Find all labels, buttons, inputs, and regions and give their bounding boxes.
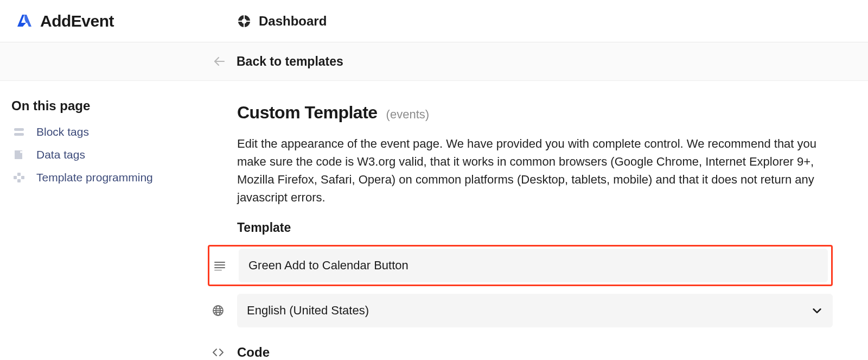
- template-section-label: Template: [237, 220, 833, 235]
- svg-rect-9: [14, 176, 17, 179]
- svg-rect-4: [14, 128, 24, 131]
- sidebar-item-label: Data tags: [36, 148, 85, 161]
- sidebar-item-template-programming[interactable]: Template programming: [11, 171, 212, 184]
- sidebar-title: On this page: [11, 98, 212, 113]
- code-icon: [211, 347, 225, 358]
- template-name-highlight: [208, 245, 833, 286]
- svg-rect-10: [21, 176, 24, 179]
- template-name-row: [213, 249, 828, 282]
- sidebar-item-data-tags[interactable]: Data tags: [11, 148, 212, 161]
- back-to-templates-link[interactable]: Back to templates: [213, 54, 343, 69]
- arrow-left-icon: [213, 55, 226, 68]
- language-row: English (United States): [211, 294, 833, 327]
- dashboard-link[interactable]: Dashboard: [237, 14, 327, 29]
- top-header: AddEvent Dashboard: [0, 0, 868, 42]
- sidebar-list: Block tags Data tags: [11, 125, 212, 184]
- data-tags-icon: [11, 149, 27, 161]
- svg-rect-5: [14, 133, 24, 136]
- addevent-logo-icon: [15, 12, 33, 30]
- sub-header: Back to templates: [0, 42, 868, 81]
- language-select[interactable]: English (United States): [237, 294, 833, 327]
- page-heading-row: Custom Template (events): [237, 103, 833, 123]
- svg-rect-11: [17, 179, 21, 182]
- content-wrap: On this page Block tags: [0, 81, 868, 360]
- main-content: Custom Template (events) Edit the appear…: [212, 98, 868, 360]
- dashboard-label: Dashboard: [259, 14, 327, 29]
- text-lines-icon: [213, 261, 227, 270]
- page-description: Edit the appearance of the event page. W…: [237, 135, 828, 206]
- dashboard-icon: [237, 14, 251, 28]
- page-title-suffix: (events): [386, 108, 429, 122]
- brand-name: AddEvent: [40, 12, 114, 30]
- svg-rect-8: [17, 173, 21, 176]
- globe-icon: [211, 304, 225, 317]
- language-selected-value: English (United States): [247, 304, 369, 318]
- svg-point-7: [20, 151, 22, 153]
- sidebar: On this page Block tags: [0, 98, 212, 360]
- sidebar-item-block-tags[interactable]: Block tags: [11, 125, 212, 138]
- sidebar-item-label: Template programming: [36, 171, 153, 184]
- svg-rect-2: [238, 21, 251, 22]
- page-title: Custom Template: [237, 103, 378, 123]
- chevron-down-icon: [811, 305, 823, 317]
- block-tags-icon: [11, 126, 27, 138]
- back-label: Back to templates: [237, 54, 343, 69]
- brand-logo[interactable]: AddEvent: [15, 12, 237, 30]
- code-section-row: Code: [211, 345, 833, 360]
- code-section-label: Code: [237, 345, 270, 360]
- template-name-input[interactable]: [239, 249, 828, 282]
- template-programming-icon: [11, 172, 27, 184]
- sidebar-item-label: Block tags: [36, 125, 89, 138]
